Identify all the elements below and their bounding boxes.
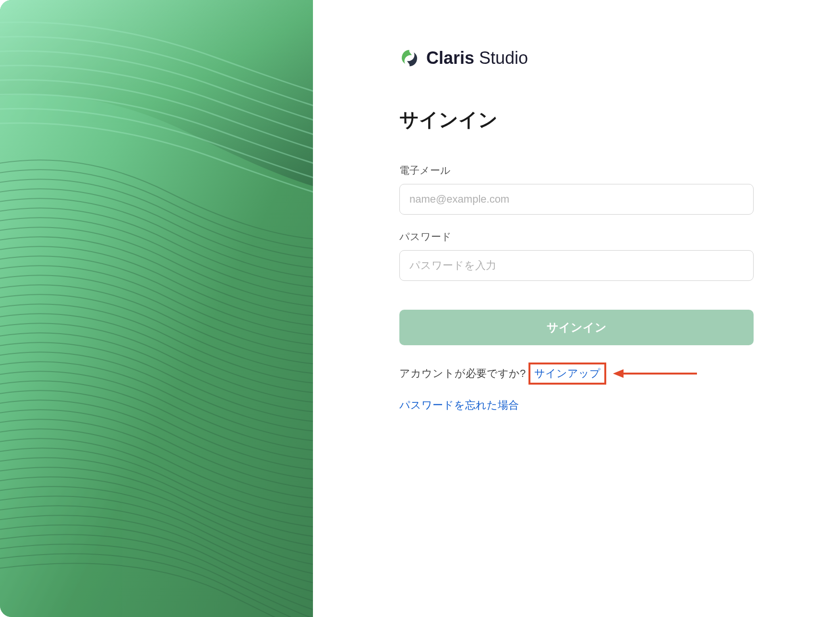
signin-button[interactable]: サインイン [399,310,754,345]
signup-highlight-box: サインアップ [528,363,606,385]
brand-name-bold: Claris [426,48,474,68]
brand-logo: Claris Studio [399,48,754,68]
login-form-panel: Claris Studio サインイン 電子メール パスワード サインイン アカ… [313,0,840,617]
password-label: パスワード [399,230,754,243]
signup-prompt-row: アカウントが必要ですか? サインアップ [399,363,754,385]
email-field-group: 電子メール [399,164,754,215]
svg-marker-2 [613,369,624,378]
arrow-annotation-icon [613,366,699,381]
login-container: Claris Studio サインイン 電子メール パスワード サインイン アカ… [0,0,840,617]
brand-name: Claris Studio [426,48,528,68]
leaf-texture-image [0,0,313,617]
forgot-password-row: パスワードを忘れた場合 [399,398,754,412]
need-account-text: アカウントが必要ですか? [399,366,526,381]
forgot-password-link[interactable]: パスワードを忘れた場合 [399,399,519,411]
page-title: サインイン [399,107,754,133]
signup-link[interactable]: サインアップ [534,367,600,379]
password-input[interactable] [399,250,754,281]
decorative-panel [0,0,313,617]
email-input[interactable] [399,184,754,215]
claris-logo-icon [399,48,420,68]
email-label: 電子メール [399,164,754,177]
brand-name-light: Studio [474,48,528,68]
password-field-group: パスワード [399,230,754,281]
